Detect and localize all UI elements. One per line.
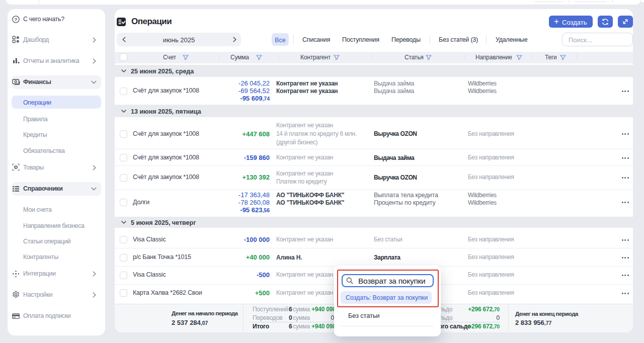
svg-text:?: ? [15, 17, 18, 22]
